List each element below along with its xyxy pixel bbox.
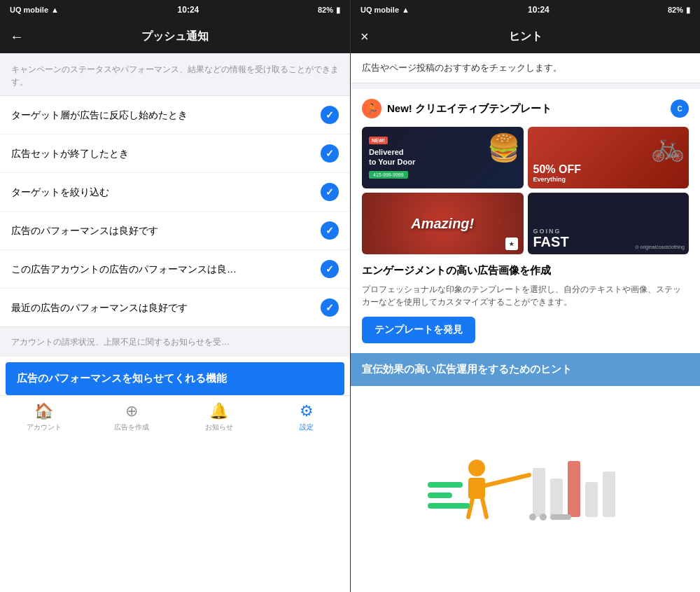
checkmark-5 [321, 298, 339, 317]
toggle-item-5[interactable]: 最近の広告のパフォーマンスは良好です [0, 289, 350, 326]
tab-notifications[interactable]: 🔔 お知らせ [198, 402, 240, 432]
toggle-item-1[interactable]: 広告セットが終了したとき [0, 135, 350, 173]
hint-banner-text: 宣伝効果の高い広告運用をするためのヒント [362, 363, 572, 375]
status-left-1: UQ mobile ▲ [10, 6, 59, 14]
template-50off[interactable]: 🚲 50% OFF Everything [528, 127, 690, 188]
page-title-2: ヒント [509, 29, 542, 44]
time-2: 10:24 [528, 5, 550, 15]
badge-letter: C [677, 105, 682, 113]
tab-account-label: アカウント [27, 422, 62, 432]
back-button[interactable]: ← [10, 29, 24, 45]
svg-rect-5 [568, 461, 580, 517]
svg-rect-7 [468, 478, 485, 499]
status-bar-2: UQ mobile ▲ 10:24 82% ▮ [351, 0, 700, 20]
section-badge: C [671, 99, 689, 118]
hints-content: 広告やページ投稿のおすすめをチェックします。 🏃 New! クリエイティブテンプ… [351, 53, 700, 592]
hints-screen: UQ mobile ▲ 10:24 82% ▮ × ヒント 広告やページ投稿のお… [350, 0, 700, 592]
page-title-1: プッシュ通知 [141, 29, 209, 44]
toggle-label-4: この広告アカウントの広告のパフォーマンスは良… [11, 263, 321, 275]
description-text: キャンペーンのステータスやパフォーマンス、結果などの情報を受け取ることができます… [11, 63, 339, 88]
status-bar-1: UQ mobile ▲ 10:24 82% ▮ [0, 0, 350, 20]
svg-rect-4 [603, 471, 615, 517]
nav-header-1: ← プッシュ通知 [0, 20, 350, 53]
toggle-label-5: 最近の広告のパフォーマンスは良好です [11, 301, 321, 314]
hint-banner: 宣伝効果の高い広告運用をするためのヒント [351, 353, 700, 386]
battery-icon-2: ▮ [686, 6, 690, 15]
push-notifications-content: キャンペーンのステータスやパフォーマンス、結果などの情報を受け取ることができます… [0, 53, 350, 395]
svg-line-8 [485, 475, 529, 486]
section-header: 🏃 New! クリエイティブテンプレート C [362, 99, 689, 118]
checkmark-4 [321, 260, 339, 278]
toggle-item-4[interactable]: この広告アカウントの広告のパフォーマンスは良… [0, 250, 350, 289]
template-goingfast[interactable]: GOING FAST ⊙ originalcoastclothing [528, 193, 690, 254]
tooltip-banner: 広告のパフォーマンスを知らせてくれる機能 [6, 362, 344, 395]
checkmark-1 [321, 144, 339, 163]
settings-icon: ⚙ [300, 402, 314, 420]
template-grid: NEW! Deliveredto Your Door 415-999-9999 … [362, 127, 689, 254]
illustration-svg [421, 447, 631, 531]
time-1: 10:24 [178, 5, 200, 15]
toggle-label-2: ターゲットを絞り込む [11, 186, 321, 198]
template-delivered[interactable]: NEW! Deliveredto Your Door 415-999-9999 … [362, 127, 524, 188]
gray-section: アカウントの請求状況、上限不足に関するお知らせを受… [0, 327, 350, 357]
status-right-2: 82% ▮ [668, 6, 690, 15]
delivered-title: Deliveredto Your Door [369, 147, 415, 167]
tab-account[interactable]: 🏠 アカウント [23, 402, 65, 432]
new-badge: NEW! [369, 137, 388, 144]
tab-bar-1: 🏠 アカウント ⊕ 広告を作成 🔔 お知らせ ⚙ 設定 [0, 395, 350, 444]
status-right-1: 82% ▮ [318, 6, 340, 15]
amazing-text: Amazing! [411, 216, 474, 232]
close-button[interactable]: × [360, 29, 369, 45]
svg-rect-3 [585, 482, 598, 517]
svg-point-6 [468, 460, 485, 476]
toggle-label-0: ターゲット層が広告に反応し始めたとき [11, 109, 321, 121]
tab-create-label: 広告を作成 [114, 422, 149, 432]
template-amazing[interactable]: Amazing! ★ [362, 193, 524, 254]
toggle-item-3[interactable]: 広告のパフォーマンスは良好です [0, 212, 350, 250]
status-left-2: UQ mobile ▲ [360, 6, 410, 14]
svg-rect-13 [428, 503, 470, 509]
svg-point-15 [540, 514, 547, 521]
svg-line-9 [468, 499, 472, 517]
section-title: New! クリエイティブテンプレート [387, 102, 552, 116]
toggle-label-1: 広告セットが終了したとき [11, 147, 321, 160]
brand-text: ⊙ originalcoastclothing [635, 245, 685, 250]
battery-icon-1: ▮ [336, 6, 340, 15]
svg-point-14 [529, 514, 536, 521]
toggle-label-3: 広告のパフォーマンスは良好です [11, 224, 321, 237]
svg-rect-11 [428, 482, 463, 488]
engage-description: プロフェッショナルな印象のテンプレートを選択し、自分のテキストや画像、ステッカー… [362, 283, 689, 308]
gray-text: アカウントの請求状況、上限不足に関するお知らせを受… [11, 337, 230, 347]
running-icon: 🏃 [362, 99, 382, 118]
burger-icon: 🍔 [487, 132, 520, 163]
tooltip-text: 広告のパフォーマンスを知らせてくれる機能 [17, 372, 227, 384]
toggle-item-2[interactable]: ターゲットを絞り込む [0, 173, 350, 212]
illustration-section [351, 386, 700, 592]
discover-button[interactable]: テンプレートを発見 [362, 317, 475, 343]
logo-badge: ★ [505, 238, 518, 250]
hint-desc-text: 広告やページ投稿のおすすめをチェックします。 [362, 62, 562, 73]
nav-header-2: × ヒント [351, 20, 700, 53]
tab-settings[interactable]: ⚙ 設定 [286, 402, 328, 432]
push-notifications-screen: UQ mobile ▲ 10:24 82% ▮ ← プッシュ通知 キャンペーンの… [0, 0, 350, 592]
svg-line-10 [482, 499, 486, 517]
toggle-item-0[interactable]: ターゲット層が広告に反応し始めたとき [0, 96, 350, 135]
tab-notifications-label: お知らせ [205, 422, 233, 432]
bike-icon: 🚲 [650, 130, 685, 163]
carrier-1: UQ mobile [10, 6, 48, 14]
hint-description: 広告やページ投稿のおすすめをチェックします。 [351, 53, 700, 83]
notifications-icon: 🔔 [209, 402, 228, 420]
everything-text: Everything [533, 176, 566, 183]
creative-template-section: 🏃 New! クリエイティブテンプレート C NEW! Deliveredto … [351, 89, 700, 353]
svg-rect-1 [550, 479, 563, 517]
logo-text: ★ [509, 241, 514, 247]
description-section: キャンペーンのステータスやパフォーマンス、結果などの情報を受け取ることができます… [0, 53, 350, 95]
tab-create-ad[interactable]: ⊕ 広告を作成 [111, 402, 153, 432]
carrier-2: UQ mobile [360, 6, 399, 14]
toggle-list: ターゲット層が広告に反応し始めたとき 広告セットが終了したとき ターゲットを絞り… [0, 95, 350, 327]
account-icon: 🏠 [34, 402, 53, 420]
engage-title: エンゲージメントの高い広告画像を作成 [362, 264, 689, 277]
checkmark-0 [321, 106, 339, 124]
wifi-icon: ▲ [51, 6, 59, 14]
tab-settings-label: 設定 [300, 422, 314, 432]
